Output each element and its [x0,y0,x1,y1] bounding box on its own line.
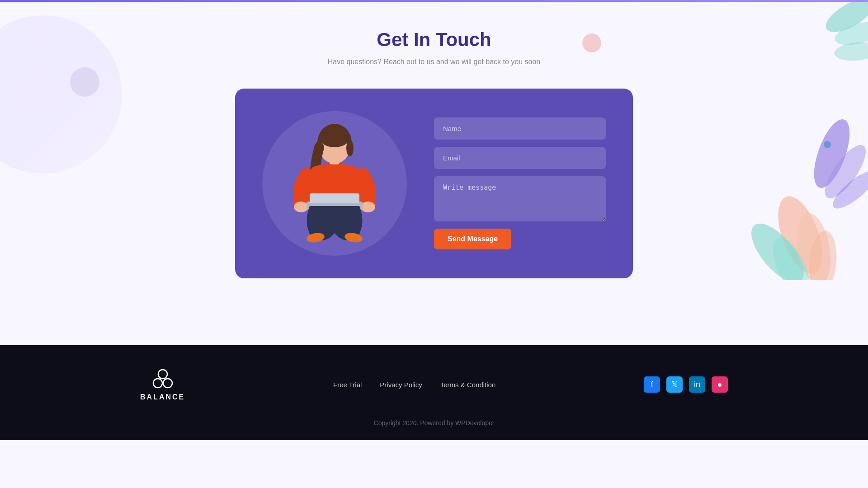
svg-point-18 [294,202,308,212]
logo-icon [151,368,174,390]
facebook-icon[interactable]: f [644,376,660,393]
svg-point-17 [346,140,354,156]
email-input[interactable] [434,147,606,169]
person-illustration [276,116,393,251]
page-title: Get In Touch [377,29,491,51]
svg-point-2 [833,41,868,63]
footer-nav-privacy-policy[interactable]: Privacy Policy [380,381,422,389]
svg-point-25 [153,379,162,388]
footer-inner: BALANCE Free Trial Privacy Policy Terms … [140,368,728,427]
main-content: Get In Touch Have questions? Reach out t… [0,2,868,318]
footer-top: BALANCE Free Trial Privacy Policy Terms … [140,368,728,401]
footer-copyright: Copyright 2020. Powered by WPDeveloper [374,419,495,427]
name-input[interactable] [434,117,606,140]
send-message-button[interactable]: Send Message [434,229,511,249]
footer-logo-text: BALANCE [140,393,185,401]
page-subtitle: Have questions? Reach out to us and we w… [328,58,541,66]
svg-point-26 [163,379,172,388]
svg-rect-21 [310,193,359,203]
footer-nav: Free Trial Privacy Policy Terms & Condit… [333,381,495,389]
footer: BALANCE Free Trial Privacy Policy Terms … [0,345,868,440]
svg-point-19 [361,202,375,212]
illustration-bg-circle [262,111,407,256]
deco-bg-circle-left [0,15,122,174]
svg-point-24 [158,370,167,379]
linkedin-icon[interactable]: in [689,376,705,393]
contact-form: Send Message [434,117,606,249]
footer-logo: BALANCE [140,368,185,401]
illustration-side [253,111,416,256]
footer-nav-terms[interactable]: Terms & Condition [440,381,496,389]
twitter-icon[interactable]: 𝕏 [666,376,683,393]
svg-point-15 [319,127,350,147]
deco-pink-circle [582,33,601,52]
contact-card: Send Message [235,89,633,278]
footer-nav-free-trial[interactable]: Free Trial [333,381,362,389]
message-textarea[interactable] [434,176,606,221]
instagram-icon[interactable]: ● [712,376,728,393]
deco-small-circle-left [70,67,99,97]
deco-bottom-right [732,108,868,282]
footer-social: f 𝕏 in ● [644,376,728,393]
deco-teal-topright [769,2,868,103]
svg-point-6 [824,141,831,148]
